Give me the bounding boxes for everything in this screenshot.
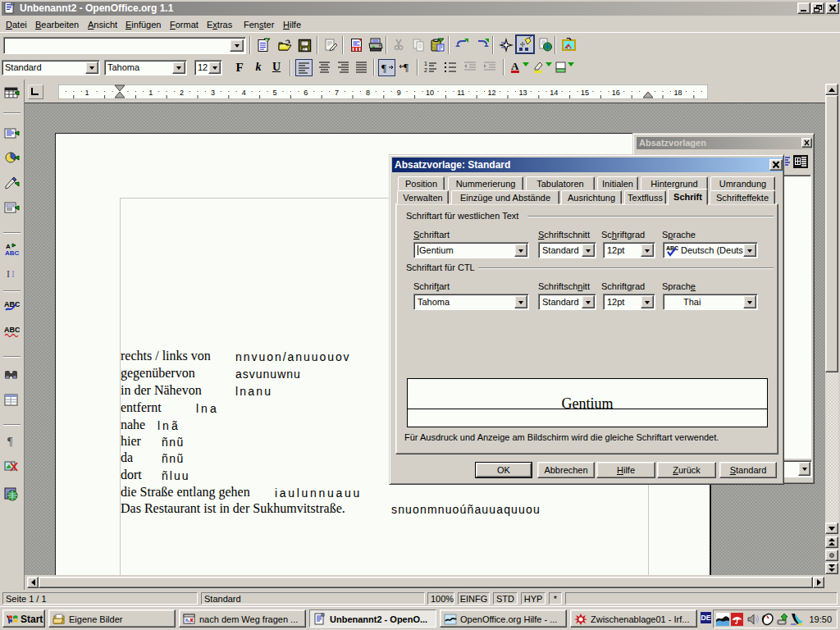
svg-text:¶: ¶ <box>404 61 409 73</box>
svg-text:ABC: ABC <box>4 326 20 334</box>
svg-text:¶: ¶ <box>381 62 386 74</box>
svg-text:11: 11 <box>457 89 464 97</box>
svg-text:12: 12 <box>488 89 496 97</box>
svg-text:8: 8 <box>366 89 370 97</box>
svg-text:I: I <box>7 268 10 280</box>
svg-text:ABC: ABC <box>4 300 20 308</box>
svg-text:ABC: ABC <box>666 245 678 251</box>
svg-text:2: 2 <box>180 89 184 97</box>
svg-text:13: 13 <box>518 89 527 97</box>
svg-text:1: 1 <box>84 89 89 97</box>
svg-text:6: 6 <box>304 89 308 97</box>
svg-text:ABC: ABC <box>5 249 20 256</box>
svg-text:18: 18 <box>673 89 682 97</box>
svg-text:4: 4 <box>242 89 246 97</box>
svg-text:A: A <box>511 60 519 72</box>
svg-text:3: 3 <box>211 89 215 97</box>
svg-text:I: I <box>11 268 15 280</box>
svg-text:1: 1 <box>424 61 427 66</box>
svg-text:1: 1 <box>148 89 153 97</box>
svg-text:15: 15 <box>581 89 589 97</box>
svg-text:2: 2 <box>424 67 427 73</box>
svg-text:¶: ¶ <box>7 436 13 448</box>
svg-text:16: 16 <box>612 89 620 97</box>
svg-text:5: 5 <box>272 89 276 97</box>
svg-text:10: 10 <box>426 89 434 97</box>
svg-text:14: 14 <box>550 89 558 97</box>
svg-text:9: 9 <box>397 89 401 97</box>
svg-text:7: 7 <box>335 89 339 97</box>
